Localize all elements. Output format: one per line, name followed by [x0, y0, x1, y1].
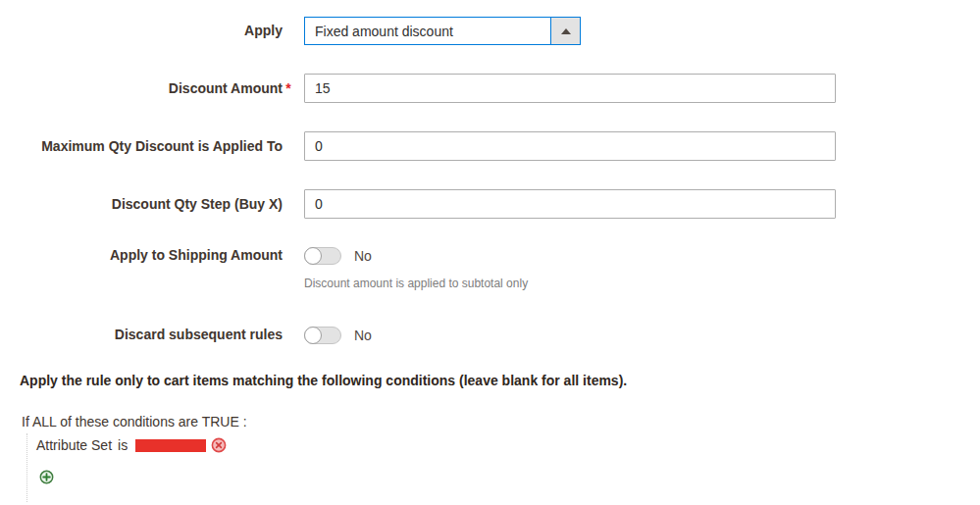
apply-select-value: Fixed amount discount	[305, 18, 550, 44]
apply-label: Apply	[0, 23, 294, 39]
apply-row: Apply Fixed amount discount	[0, 17, 980, 45]
apply-select[interactable]: Fixed amount discount	[304, 17, 581, 45]
qty-step-row: Discount Qty Step (Buy X)	[0, 189, 980, 219]
toggle-knob	[304, 327, 322, 344]
discard-rules-toggle-state: No	[354, 328, 372, 343]
required-star: *	[283, 80, 294, 97]
apply-shipping-toggle[interactable]	[304, 247, 341, 265]
condition-row: Attribute Set is	[36, 437, 980, 453]
discard-rules-label: Discard subsequent rules	[0, 327, 294, 343]
max-qty-row: Maximum Qty Discount is Applied To	[0, 131, 980, 161]
conditions-heading: Apply the rule only to cart items matchi…	[20, 373, 980, 388]
colon-text: :	[239, 414, 247, 429]
condition-operator[interactable]: is	[118, 437, 128, 453]
discount-amount-row: Discount Amount*	[0, 74, 980, 103]
conditions-if-line: If ALL of these conditions are TRUE :	[22, 414, 980, 429]
apply-shipping-toggle-state: No	[354, 248, 372, 264]
qty-step-input[interactable]	[304, 189, 836, 219]
max-qty-input[interactable]	[304, 131, 836, 161]
middle-text: of these conditions are	[56, 414, 201, 429]
max-qty-label: Maximum Qty Discount is Applied To	[0, 138, 294, 155]
discard-rules-row: Discard subsequent rules No	[0, 327, 980, 344]
select-arrow-button[interactable]	[550, 18, 580, 44]
if-text: If	[22, 414, 29, 429]
add-condition-icon[interactable]	[39, 470, 54, 484]
apply-shipping-note: Discount amount is applied to subtotal o…	[304, 277, 528, 290]
aggregator-all[interactable]: ALL	[32, 414, 56, 429]
discard-rules-toggle[interactable]	[304, 327, 341, 344]
cart-price-rule-actions-section: Apply Fixed amount discount Discount Amo…	[0, 0, 980, 505]
condition-value-redacted[interactable]	[135, 439, 206, 452]
condition-attribute[interactable]: Attribute Set	[36, 437, 112, 453]
qty-step-label: Discount Qty Step (Buy X)	[0, 196, 294, 213]
discount-amount-input[interactable]	[304, 74, 836, 103]
remove-condition-icon[interactable]	[211, 437, 227, 453]
conditions-tree: Attribute Set is	[26, 433, 980, 502]
apply-shipping-row: Apply to Shipping Amount No Discount amo…	[0, 247, 980, 290]
chevron-up-icon	[561, 28, 571, 34]
toggle-knob	[304, 247, 322, 265]
value-true[interactable]: TRUE	[202, 414, 239, 429]
discount-amount-label: Discount Amount*	[0, 80, 294, 97]
apply-shipping-label: Apply to Shipping Amount	[0, 247, 294, 264]
